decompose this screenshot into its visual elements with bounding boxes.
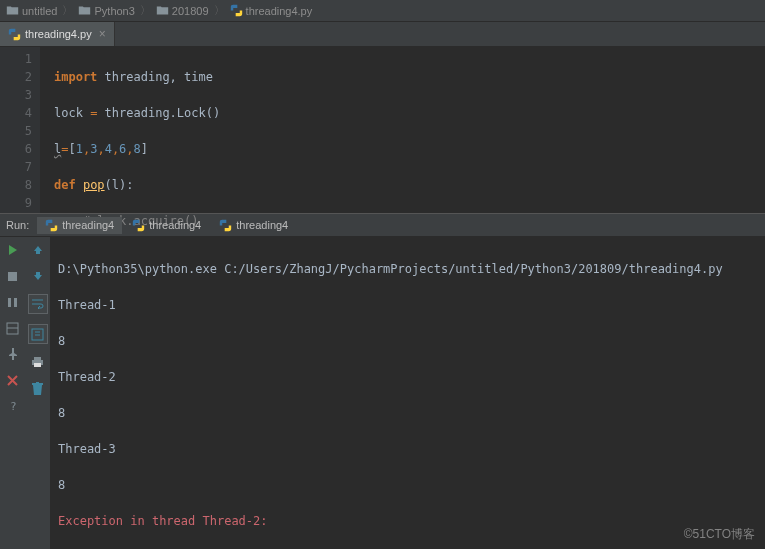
code-area[interactable]: import threading, time lock = threading.…: [40, 47, 221, 213]
trash-button[interactable]: [30, 380, 46, 396]
python-icon: [230, 4, 243, 17]
crumb-folder-1[interactable]: Python3: [78, 4, 134, 17]
run-toolbar-left: ?: [0, 237, 25, 549]
console-line: 8: [58, 332, 765, 350]
console-line: Thread-3: [58, 440, 765, 458]
close-icon[interactable]: ×: [99, 27, 106, 41]
console-line: Thread-1: [58, 296, 765, 314]
run-panel: ? D:\Python35\python.exe C:/Users/ZhangJ…: [0, 237, 765, 549]
folder-icon: [6, 4, 19, 17]
folder-icon: [156, 4, 169, 17]
file-tabs: threading4.py ×: [0, 22, 765, 47]
run-tab-1[interactable]: threading4: [124, 217, 209, 234]
crumb-folder-2[interactable]: 201809: [156, 4, 209, 17]
console-line: 8: [58, 476, 765, 494]
svg-rect-1: [8, 298, 11, 307]
python-icon: [45, 219, 58, 232]
layout-button[interactable]: [5, 320, 21, 336]
line-gutter: 123456789: [0, 47, 40, 213]
console-line: D:\Python35\python.exe C:/Users/ZhangJ/P…: [58, 260, 765, 278]
run-label: Run:: [6, 219, 29, 231]
up-button[interactable]: [30, 242, 46, 258]
soft-wrap-button[interactable]: [28, 294, 48, 314]
svg-rect-0: [8, 272, 17, 281]
svg-rect-8: [34, 357, 41, 360]
svg-rect-9: [34, 363, 41, 367]
run-tab-0[interactable]: threading4: [37, 217, 122, 234]
console-line: 8: [58, 404, 765, 422]
file-tab-threading4[interactable]: threading4.py ×: [0, 22, 115, 46]
pin-button[interactable]: [5, 346, 21, 362]
run-toolbar-right: [25, 237, 50, 549]
console-line: Thread-2: [58, 368, 765, 386]
svg-rect-2: [14, 298, 17, 307]
crumb-root[interactable]: untitled: [6, 4, 57, 17]
crumb-file[interactable]: threading4.py: [230, 4, 313, 17]
python-icon: [219, 219, 232, 232]
stop-gray-button[interactable]: [5, 268, 21, 284]
svg-text:?: ?: [10, 400, 17, 412]
run-tab-2[interactable]: threading4: [211, 217, 296, 234]
folder-icon: [78, 4, 91, 17]
rerun-button[interactable]: [5, 242, 21, 258]
console-output[interactable]: D:\Python35\python.exe C:/Users/ZhangJ/P…: [50, 237, 765, 549]
breadcrumb: untitled 〉 Python3 〉 201809 〉 threading4…: [0, 0, 765, 22]
help-button[interactable]: ?: [5, 398, 21, 414]
code-editor[interactable]: 123456789 import threading, time lock = …: [0, 47, 765, 213]
file-tab-label: threading4.py: [25, 28, 92, 40]
close-button[interactable]: [5, 372, 21, 388]
pause-button[interactable]: [5, 294, 21, 310]
python-icon: [132, 219, 145, 232]
python-icon: [8, 28, 21, 41]
scroll-to-end-button[interactable]: [28, 324, 48, 344]
run-tool-header: Run: threading4 threading4 threading4: [0, 213, 765, 237]
down-button[interactable]: [30, 268, 46, 284]
console-error: Exception in thread Thread-2:: [58, 512, 765, 530]
watermark: ©51CTO博客: [684, 526, 755, 543]
print-button[interactable]: [30, 354, 46, 370]
